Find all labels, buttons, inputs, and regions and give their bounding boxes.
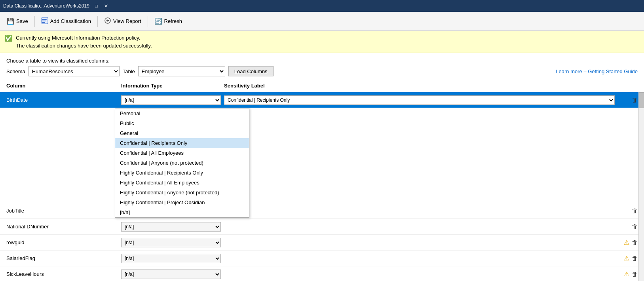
add-classification-label: Add Classification: [50, 18, 91, 24]
toolbar-separator-2: [97, 16, 98, 27]
header-sensitivity: Sensitivity Label: [224, 83, 618, 89]
header-info-type: Information Type: [121, 83, 224, 89]
column-name-jobtitle: JobTitle: [6, 208, 121, 214]
chooser-row: Schema HumanResources dbo Person Product…: [6, 66, 638, 76]
column-name-rowguid: rowguid: [6, 239, 121, 245]
view-report-button[interactable]: View Report: [101, 15, 144, 27]
toolbar-separator-3: [148, 16, 148, 27]
refresh-label: Refresh: [164, 18, 182, 24]
table-row[interactable]: rowguid [n/a] ⚠ 🗑: [0, 235, 644, 251]
table-row[interactable]: SickLeaveHours [n/a] ⚠ 🗑: [0, 266, 644, 281]
table-select[interactable]: Employee Department Shift JobCandidate: [138, 66, 225, 76]
table-row[interactable]: BirthDate [n/a] Confidential | Recipient…: [0, 92, 644, 108]
dropdown-item-na[interactable]: [n/a]: [115, 207, 249, 217]
info-type-select-birthdate[interactable]: [n/a]: [121, 95, 221, 105]
actions-birthdate: 🗑: [618, 97, 638, 103]
save-icon: 💾: [6, 17, 14, 25]
notification-banner: ✅ Currently using Microsoft Information …: [0, 31, 644, 53]
table-body: BirthDate [n/a] Confidential | Recipient…: [0, 92, 644, 281]
choose-table-label: Choose a table to view its classified co…: [6, 58, 638, 64]
actions-nationalid: 🗑: [618, 223, 638, 230]
scrollbar-thumb[interactable]: [639, 92, 644, 108]
title-bar-controls: □ ✕: [93, 2, 110, 9]
table-header: Column Information Type Sensitivity Labe…: [0, 80, 644, 92]
schema-select[interactable]: HumanResources dbo Person Production Sal…: [28, 66, 120, 76]
delete-salariedflag-button[interactable]: 🗑: [632, 255, 638, 262]
svg-rect-3: [42, 22, 45, 23]
table-row[interactable]: SalariedFlag [n/a] ⚠ 🗑: [0, 251, 644, 266]
info-type-birthdate: [n/a]: [121, 95, 224, 105]
refresh-button[interactable]: 🔄 Refresh: [151, 16, 186, 27]
add-classification-button[interactable]: Add Classification: [38, 15, 94, 27]
svg-rect-1: [42, 19, 47, 20]
notification-line2: The classification changes have been upd…: [16, 42, 152, 50]
svg-rect-2: [42, 21, 46, 21]
load-columns-button[interactable]: Load Columns: [228, 66, 274, 76]
actions-sickleavehours: ⚠ 🗑: [618, 270, 638, 278]
warning-salariedflag-icon: ⚠: [624, 254, 629, 262]
delete-jobtitle-button[interactable]: 🗑: [632, 207, 638, 214]
column-name-salariedflag: SalariedFlag: [6, 255, 121, 261]
content-area: ✅ Currently using Microsoft Information …: [0, 31, 644, 281]
sensitivity-dropdown[interactable]: Personal Public General Confidential | R…: [115, 108, 249, 218]
table-row[interactable]: NationalIDNumber [n/a] 🗑: [0, 219, 644, 235]
table-label: Table: [123, 68, 135, 74]
dropdown-item-confidential-recipients[interactable]: Confidential | Recipients Only: [115, 138, 249, 148]
view-report-icon: [104, 17, 111, 26]
add-classification-icon: [41, 17, 48, 26]
dropdown-item-highly-confidential-anyone[interactable]: Highly Confidential | Anyone (not protec…: [115, 188, 249, 197]
save-button[interactable]: 💾 Save: [3, 16, 31, 27]
close-button[interactable]: ✕: [102, 2, 110, 9]
dropdown-item-highly-confidential-obsidian[interactable]: Highly Confidential | Project Obsidian: [115, 197, 249, 207]
scrollbar-track[interactable]: [638, 92, 644, 281]
info-type-nationalid: [n/a]: [121, 222, 224, 232]
table-row[interactable]: JobTitle [n/a] 🗑: [0, 203, 644, 219]
refresh-icon: 🔄: [154, 17, 162, 25]
notification-line1: Currently using Microsoft Information Pr…: [16, 34, 152, 42]
warning-sickleavehours-icon: ⚠: [624, 270, 629, 278]
delete-sickleavehours-button[interactable]: 🗑: [632, 271, 638, 277]
column-name-birthdate: BirthDate: [6, 97, 121, 103]
dropdown-item-personal[interactable]: Personal: [115, 108, 249, 118]
dropdown-item-confidential-anyone[interactable]: Confidential | Anyone (not protected): [115, 158, 249, 168]
pin-button[interactable]: □: [93, 2, 100, 9]
info-type-select-sickleavehours[interactable]: [n/a]: [121, 270, 221, 279]
schema-label: Schema: [6, 68, 25, 74]
title-bar: Data Classificatio...AdventureWorks2019 …: [0, 0, 644, 12]
dropdown-item-general[interactable]: General: [115, 128, 249, 138]
toolbar: 💾 Save Add Classification View Report 🔄: [0, 12, 644, 31]
dropdown-item-confidential-all-employees[interactable]: Confidential | All Employees: [115, 148, 249, 158]
actions-rowguid: ⚠ 🗑: [618, 239, 638, 246]
info-type-salariedflag: [n/a]: [121, 254, 224, 263]
info-type-select-salariedflag[interactable]: [n/a]: [121, 254, 221, 263]
warning-rowguid-icon: ⚠: [624, 239, 629, 246]
column-name-sickleavehours: SickLeaveHours: [6, 271, 121, 277]
dropdown-item-highly-confidential-employees[interactable]: Highly Confidential | All Employees: [115, 178, 249, 188]
header-actions: [618, 83, 638, 89]
sensitivity-birthdate: Confidential | Recipients Only: [224, 95, 618, 105]
svg-point-5: [107, 20, 108, 21]
dropdown-item-highly-confidential-recipients[interactable]: Highly Confidential | Recipients Only: [115, 168, 249, 178]
delete-birthdate-button[interactable]: 🗑: [632, 97, 638, 103]
actions-jobtitle: 🗑: [618, 207, 638, 214]
toolbar-separator-1: [34, 16, 35, 27]
success-icon: ✅: [5, 34, 13, 42]
table-chooser-area: Choose a table to view its classified co…: [0, 53, 644, 76]
learn-more-link[interactable]: Learn more – Getting Started Guide: [556, 68, 638, 74]
actions-salariedflag: ⚠ 🗑: [618, 254, 638, 262]
info-type-select-rowguid[interactable]: [n/a]: [121, 238, 221, 247]
delete-nationalid-button[interactable]: 🗑: [632, 223, 638, 230]
notification-text: Currently using Microsoft Information Pr…: [16, 34, 152, 49]
delete-rowguid-button[interactable]: 🗑: [632, 239, 638, 246]
column-name-nationalid: NationalIDNumber: [6, 224, 121, 230]
info-type-select-nationalid[interactable]: [n/a]: [121, 222, 221, 232]
sensitivity-select-birthdate[interactable]: Confidential | Recipients Only: [224, 95, 615, 105]
info-type-rowguid: [n/a]: [121, 238, 224, 247]
header-column: Column: [6, 83, 121, 89]
dropdown-item-public[interactable]: Public: [115, 118, 249, 128]
title-bar-text: Data Classificatio...AdventureWorks2019: [3, 3, 89, 9]
view-report-label: View Report: [113, 18, 141, 24]
info-type-sickleavehours: [n/a]: [121, 270, 224, 279]
save-label: Save: [16, 18, 28, 24]
